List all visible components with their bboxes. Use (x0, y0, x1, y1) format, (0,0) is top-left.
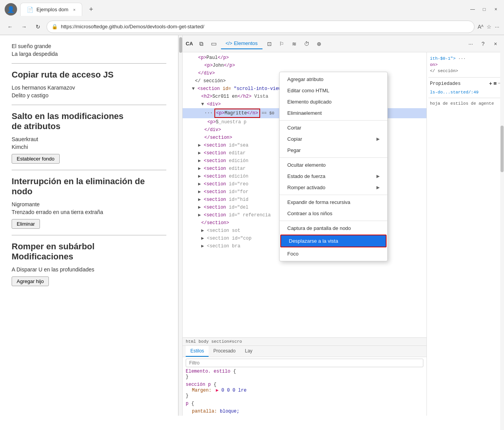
styles-rule-2: sección p { Margen: ▶ 0 0 0 lre } (186, 382, 423, 399)
item-la-larga: La larga despedida (12, 51, 166, 57)
section-romper: Romper en subárbolModificaciones A Dispa… (12, 242, 166, 286)
source-link-1[interactable]: ls-do...started/:49 (428, 88, 502, 96)
help-icon[interactable]: ? (478, 38, 488, 49)
ctx-duplicar[interactable]: Elemento duplicado (280, 96, 387, 107)
ctx-ocultar[interactable]: Ocultar elemento (280, 159, 387, 171)
ctx-eliminar[interactable]: Eliminaelement (280, 107, 387, 119)
ctx-estado[interactable]: Estado de fuerza ▶ (280, 171, 387, 182)
performance-icon[interactable]: ⏱ (301, 38, 312, 49)
dom-tag: <p> (198, 55, 207, 60)
close-devtools-icon[interactable]: × (490, 38, 501, 49)
tab-title: Ejemplos dom (36, 7, 68, 12)
ctx-sep-1 (280, 120, 387, 121)
refresh-button[interactable]: ↻ (33, 21, 43, 32)
tab-estilos[interactable]: Estilos (186, 346, 209, 357)
browser-tab[interactable]: 📄 Ejemplos dom × (20, 3, 82, 16)
settings-icon[interactable]: ··· (495, 24, 499, 30)
item-delito: Delito y castigo (12, 92, 166, 98)
lock-icon: 🔒 (52, 24, 58, 29)
window-controls: — □ × (469, 6, 499, 13)
tab-elements[interactable]: </> Elementos (221, 38, 262, 49)
filter-input[interactable] (186, 359, 423, 367)
tab-close-button[interactable]: × (73, 7, 75, 12)
right-divider (428, 77, 502, 78)
ctx-expandir[interactable]: Expandir de forma recursiva (280, 197, 387, 208)
divider-1 (12, 63, 166, 64)
left-scrollbar-thumb (179, 37, 182, 53)
forward-button[interactable]: → (19, 21, 29, 32)
minimize-button[interactable]: — (469, 6, 476, 13)
styles-panel: Elemento. estilo { } sección p { Margen:… (183, 357, 426, 416)
ctx-agregar-atributo[interactable]: Agregar atributo (280, 74, 387, 85)
back-button[interactable]: ← (5, 21, 16, 32)
ctx-copiar-arrow: ▶ (376, 136, 380, 142)
ctx-desplazarse[interactable]: Desplazarse a la vista (280, 235, 387, 247)
ctx-pegar[interactable]: Pegar (280, 145, 387, 156)
copy-icon[interactable]: ⧉ (196, 38, 207, 49)
section-salto: Salto en las modificacionesde atributos … (12, 111, 166, 164)
sources-icon[interactable]: ⚐ (276, 38, 287, 49)
title-bar: 👤 📄 Ejemplos dom × + — □ × (0, 0, 504, 19)
item-trenzado: Trenzado errado en una tierra extraña (12, 209, 166, 215)
heading-salto: Salto en las modificacionesde atributos (12, 111, 166, 131)
more-tools-icon[interactable]: ⊕ (314, 38, 324, 49)
dom-line-2: <p>John</p> (183, 62, 426, 69)
tab-layout[interactable]: Lay (240, 346, 257, 357)
ctx-cortar[interactable]: Cortar (280, 122, 387, 133)
right-scrollbar[interactable] (500, 52, 504, 416)
section-1: El sueño grande La larga despedida (12, 43, 166, 57)
right-dom-line-2: on> (430, 62, 501, 68)
item-karamazov: Los hermanos Karamazov (12, 85, 166, 91)
ctx-contraer[interactable]: Contraer a los niños (280, 208, 387, 219)
url-bar[interactable]: 🔒 https://microsoftedge.github.io/Demos/… (47, 21, 475, 33)
section-interrupcion: Interrupción en la eliminación de nodo N… (12, 176, 166, 229)
right-dom-content: ith-$0-1"> ··· on> </ sección> (428, 54, 502, 76)
filter-prop-icon[interactable]: ⊠ (494, 81, 497, 87)
overflow-menu-icon[interactable]: ··· (465, 38, 476, 49)
ctx-romper-arrow: ▶ (376, 185, 380, 190)
dom-line-1: <p>Paul</p> (183, 54, 426, 62)
ctx-sep-2 (280, 157, 387, 158)
item-nigromante: Nigromante (12, 201, 166, 207)
favorites-icon[interactable]: ☆ (487, 24, 492, 30)
add-prop-icon[interactable]: + (489, 81, 492, 87)
ctx-romper[interactable]: Romper activado ▶ (280, 182, 387, 193)
heading-romper: Romper en subárbolModificaciones (12, 242, 166, 262)
network-icon[interactable]: ≋ (289, 38, 300, 49)
selected-element-box: <p>Magritte</n> (214, 109, 260, 118)
new-tab-button[interactable]: + (85, 3, 97, 16)
tab-icon: 📄 (27, 7, 33, 13)
read-mode-icon[interactable]: Aᴬ (478, 24, 483, 30)
address-bar-icons: Aᴬ ☆ ··· (478, 24, 499, 30)
maximize-button[interactable]: □ (481, 6, 488, 13)
profile-icon[interactable]: 👤 (5, 3, 17, 16)
eliminar-button[interactable]: Eliminar (12, 219, 40, 229)
establecer-fondo-button[interactable]: Establecer fondo (12, 154, 60, 164)
devtools-toolbar: CA ⧉ ▭ </> Elementos ⊡ ⚐ ≋ ⏱ ⊕ ··· ? × (183, 35, 504, 52)
styles-rule-3-content: pantalla: bloque; (186, 409, 423, 414)
agregar-hijo-button[interactable]: Agregar hijo (12, 276, 49, 286)
heading-interrupcion: Interrupción en la eliminación de nodo (12, 176, 166, 197)
tab-procesado[interactable]: Procesado (209, 346, 240, 357)
divider-4 (12, 235, 166, 235)
ctx-editar-html[interactable]: Editar como HTML (280, 85, 387, 96)
right-dom-line-3: </ sección> (430, 68, 501, 74)
ctx-estado-arrow: ▶ (376, 174, 380, 179)
divider-3 (12, 170, 166, 170)
panel-icon[interactable]: ▭ (209, 38, 219, 49)
styles-rule-3: p { (186, 401, 423, 406)
close-button[interactable]: × (492, 6, 499, 13)
elements-label: Elementos (234, 40, 257, 46)
console-icon[interactable]: ⊡ (264, 38, 275, 49)
ctx-captura[interactable]: Captura de pantalla de nodo (280, 223, 387, 234)
devtools-more: ··· ? × (465, 38, 501, 49)
item-sauerkraut: Sauerkraut (12, 136, 166, 142)
right-divider-2 (428, 98, 502, 98)
ctx-foco[interactable]: Foco (280, 248, 387, 259)
right-scrollbar-thumb (501, 126, 504, 172)
ctx-copiar[interactable]: Copiar ▶ (280, 133, 387, 145)
divider-2 (12, 105, 166, 105)
elements-icon: </> (226, 41, 232, 46)
left-scrollbar[interactable] (178, 35, 182, 416)
item-el-sueno: El sueño grande (12, 43, 166, 49)
